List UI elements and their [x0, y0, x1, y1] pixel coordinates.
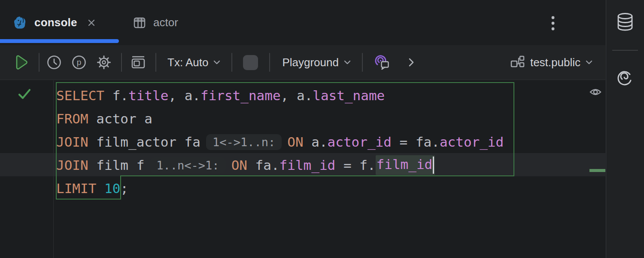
- run-button[interactable]: [12, 53, 31, 72]
- code-token: f.: [104, 88, 128, 103]
- tab-actor[interactable]: actor: [119, 0, 178, 45]
- tab-actor-label: actor: [153, 16, 178, 29]
- settings-gear-icon[interactable]: [94, 53, 113, 72]
- code-token: film_id: [376, 155, 435, 175]
- stripe-separator: [612, 50, 638, 51]
- code-token: fa.: [247, 157, 279, 173]
- code-token: ;: [120, 181, 128, 196]
- schema-switcher[interactable]: test.public: [510, 55, 593, 70]
- code-token: [96, 181, 104, 196]
- code-token: ON: [231, 157, 247, 173]
- code-token: JOIN: [56, 157, 88, 173]
- schema-icon: [510, 55, 525, 70]
- code-token: , a.: [168, 88, 200, 103]
- svg-text:p: p: [77, 58, 82, 67]
- chevron-down-icon: [585, 58, 593, 67]
- toolbar-separator: [231, 53, 232, 72]
- console-toolbar: p Tx: Auto Playground: [0, 45, 605, 80]
- editor-gutter: [0, 80, 54, 258]
- database-tool-window-icon[interactable]: [615, 12, 635, 32]
- code-token: film_actor fa: [88, 134, 200, 150]
- code-token: actor_id: [328, 134, 392, 150]
- tab-console-label: console: [34, 16, 77, 29]
- ai-assistant-icon[interactable]: [615, 68, 635, 88]
- chevron-right-icon[interactable]: [407, 57, 416, 68]
- postgresql-icon: [13, 15, 27, 30]
- code-token: LIMIT: [56, 181, 96, 196]
- code-area[interactable]: SELECT f.title, a.first_name, a.last_nam…: [56, 84, 605, 200]
- code-token: a.: [304, 134, 328, 150]
- kebab-menu-icon[interactable]: [550, 15, 556, 32]
- statement-executed-check-icon: [17, 87, 32, 101]
- code-token: FROM: [56, 111, 88, 126]
- code-line-2[interactable]: FROM actor a: [56, 107, 605, 130]
- query-progress-bar: [0, 39, 119, 43]
- code-token: film_id: [279, 157, 336, 173]
- code-token: 10: [104, 181, 120, 196]
- scrollbar-executed-mark: [589, 169, 605, 172]
- code-token: actor_id: [440, 134, 504, 150]
- code-token: ON: [287, 134, 303, 150]
- toolbar-separator: [121, 53, 122, 72]
- toolbar-separator: [155, 53, 156, 72]
- in-editor-results-toggle[interactable]: [129, 53, 148, 72]
- sql-editor[interactable]: SELECT f.title, a.first_name, a.last_nam…: [0, 80, 605, 258]
- text-caret: [433, 157, 434, 174]
- ai-explain-query-icon[interactable]: [373, 53, 392, 72]
- code-token: JOIN: [56, 134, 88, 150]
- toolbar-separator: [39, 53, 39, 72]
- code-token: , a.: [281, 88, 313, 103]
- stop-button[interactable]: [241, 53, 260, 72]
- code-token: last_name: [313, 88, 385, 103]
- session-dropdown[interactable]: Playground: [282, 56, 339, 69]
- query-history-button[interactable]: [45, 53, 64, 72]
- tx-mode-dropdown[interactable]: Tx: Auto: [167, 56, 208, 69]
- code-token: SELECT: [56, 88, 104, 103]
- table-icon: [133, 16, 146, 30]
- schema-label: test.public: [530, 56, 580, 69]
- code-line-4[interactable]: JOIN film f1..n<->1:ON fa.film_id = f.fi…: [56, 154, 605, 177]
- code-token: film f: [88, 157, 145, 173]
- code-token: = f.: [335, 157, 375, 173]
- code-token: first_name: [200, 88, 281, 103]
- toolbar-separator: [362, 53, 363, 72]
- code-token: title: [128, 88, 168, 103]
- code-token: actor a: [88, 111, 152, 126]
- code-line-1[interactable]: SELECT f.title, a.first_name, a.last_nam…: [56, 84, 605, 107]
- chevron-down-icon[interactable]: [213, 58, 221, 67]
- cardinality-inlay-hint: 1..n<->1:: [150, 157, 225, 173]
- cardinality-inlay-hint: 1<->1..n:: [206, 134, 282, 150]
- right-tool-stripe: [606, 0, 644, 258]
- toolbar-separator: [269, 53, 270, 72]
- query-parameters-button[interactable]: p: [70, 53, 88, 72]
- editor-tab-bar: console actor: [0, 0, 605, 45]
- eye-icon[interactable]: [589, 86, 602, 98]
- tab-console[interactable]: console: [0, 0, 119, 45]
- close-icon[interactable]: [87, 18, 96, 28]
- chevron-down-icon[interactable]: [343, 58, 352, 67]
- code-line-3[interactable]: JOIN film_actor fa1<->1..n:ON a.actor_id…: [56, 130, 605, 154]
- code-token: = fa.: [392, 134, 440, 150]
- code-line-5[interactable]: LIMIT 10;: [56, 177, 605, 200]
